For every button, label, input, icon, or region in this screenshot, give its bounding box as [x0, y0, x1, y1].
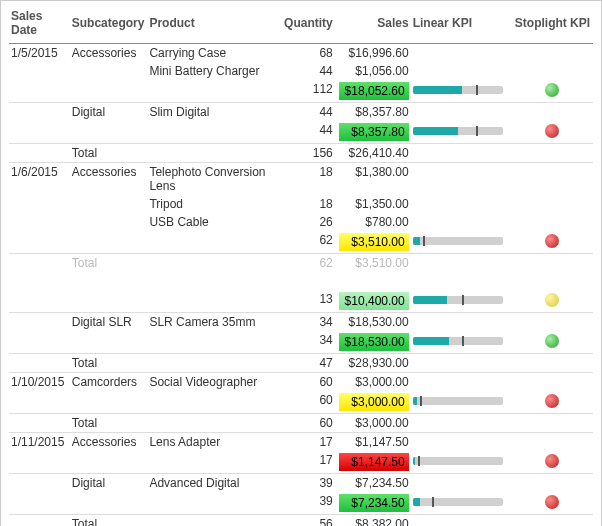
linear-kpi-tick: [420, 396, 422, 406]
col-subcategory: Subcategory: [70, 5, 148, 44]
cell-subcategory: [70, 492, 148, 515]
cell-subcategory: [70, 451, 148, 474]
cell-date: [9, 313, 70, 332]
linear-kpi-bar: [413, 296, 503, 304]
stoplight-red-icon: [545, 124, 559, 138]
table-row: Total56$8,382.00: [9, 515, 593, 527]
cell-date: [9, 474, 70, 493]
cell-date: [9, 62, 70, 80]
kpi-highlight: $3,510.00: [339, 233, 409, 251]
table-row: 1/6/2015AccessoriesTelephoto Conversion …: [9, 163, 593, 196]
cell-product: Slim Digital: [147, 103, 279, 122]
linear-kpi-bar: [413, 237, 503, 245]
cell-sales: $1,147.50: [335, 433, 411, 452]
cell-stoplight-kpi: [512, 373, 593, 392]
cell-linear-kpi: [411, 144, 512, 163]
linear-kpi-tick: [476, 85, 478, 95]
cell-product: [147, 451, 279, 474]
cell-sales: $8,357.80: [335, 121, 411, 144]
cell-subcategory: [70, 290, 148, 313]
table-row: Total60$3,000.00: [9, 414, 593, 433]
cell-quantity: 26: [279, 213, 335, 231]
linear-kpi-bar: [413, 457, 503, 465]
cell-product: Telephoto Conversion Lens: [147, 163, 279, 196]
cell-linear-kpi: [411, 515, 512, 527]
table-row: Total62$3,510.00: [9, 254, 593, 273]
cell-quantity: 17: [279, 451, 335, 474]
cell-quantity: 112: [279, 80, 335, 103]
cell-linear-kpi: [411, 433, 512, 452]
cell-subcategory: Digital: [70, 103, 148, 122]
cell-quantity: 34: [279, 313, 335, 332]
cell-stoplight-kpi: [512, 515, 593, 527]
cell-sales: $18,530.00: [335, 313, 411, 332]
cell-date: [9, 231, 70, 254]
table-row: DigitalAdvanced Digital39$7,234.50: [9, 474, 593, 493]
cell-sales: $8,357.80: [335, 103, 411, 122]
cell-sales: $18,052.60: [335, 80, 411, 103]
cell-date: 1/6/2015: [9, 163, 70, 196]
cell-linear-kpi: [411, 195, 512, 213]
kpi-table: Sales Date Subcategory Product Quantity …: [9, 5, 593, 526]
cell-quantity: 18: [279, 195, 335, 213]
cell-stoplight-kpi: [512, 62, 593, 80]
linear-kpi-fill: [413, 498, 420, 506]
cell-product: USB Cable: [147, 213, 279, 231]
cell-quantity: 56: [279, 515, 335, 527]
col-quantity: Quantity: [279, 5, 335, 44]
stoplight-red-icon: [545, 454, 559, 468]
table-row: USB Cable26$780.00: [9, 213, 593, 231]
cell-subcategory: [70, 195, 148, 213]
cell-quantity: 60: [279, 391, 335, 414]
cell-date: 1/5/2015: [9, 44, 70, 63]
linear-kpi-tick: [423, 236, 425, 246]
cell-sales: $7,234.50: [335, 474, 411, 493]
cell-product: [147, 515, 279, 527]
cell-quantity: 68: [279, 44, 335, 63]
linear-kpi-tick: [432, 497, 434, 507]
cell-stoplight-kpi: [512, 290, 593, 313]
cell-quantity: 17: [279, 433, 335, 452]
cell-quantity: 34: [279, 331, 335, 354]
table-row: [9, 272, 593, 290]
cell-linear-kpi: [411, 331, 512, 354]
cell-subcategory: Total: [70, 254, 148, 273]
cell-quantity: 39: [279, 474, 335, 493]
cell-sales: $7,234.50: [335, 492, 411, 515]
cell-sales: $28,930.00: [335, 354, 411, 373]
cell-subcategory: [70, 391, 148, 414]
table-row: Total47$28,930.00: [9, 354, 593, 373]
table-row: 34$18,530.00: [9, 331, 593, 354]
cell-subcategory: [70, 80, 148, 103]
cell-linear-kpi: [411, 163, 512, 196]
linear-kpi-fill: [413, 457, 416, 465]
cell-sales: $3,510.00: [335, 231, 411, 254]
linear-kpi-tick: [462, 295, 464, 305]
kpi-highlight: $7,234.50: [339, 494, 409, 512]
cell-sales: $3,000.00: [335, 414, 411, 433]
cell-stoplight-kpi: [512, 451, 593, 474]
cell-subcategory: [70, 62, 148, 80]
cell-linear-kpi: [411, 80, 512, 103]
report-container: Sales Date Subcategory Product Quantity …: [0, 0, 602, 526]
col-linear-kpi: Linear KPI: [411, 5, 512, 44]
cell-linear-kpi: [411, 373, 512, 392]
linear-kpi-tick: [418, 456, 420, 466]
kpi-highlight: $3,000.00: [339, 393, 409, 411]
cell-linear-kpi: [411, 44, 512, 63]
cell-date: 1/11/2015: [9, 433, 70, 452]
cell-product: SLR Camera 35mm: [147, 313, 279, 332]
cell-stoplight-kpi: [512, 492, 593, 515]
cell-linear-kpi: [411, 474, 512, 493]
cell-sales: $18,530.00: [335, 331, 411, 354]
cell-subcategory: Total: [70, 144, 148, 163]
table-row: 60$3,000.00: [9, 391, 593, 414]
table-row: 17$1,147.50: [9, 451, 593, 474]
cell-product: [147, 144, 279, 163]
cell-linear-kpi: [411, 492, 512, 515]
cell-stoplight-kpi: [512, 163, 593, 196]
cell-product: [147, 290, 279, 313]
table-row: 1/10/2015CamcordersSocial Videographer60…: [9, 373, 593, 392]
table-row: 39$7,234.50: [9, 492, 593, 515]
cell-quantity: 44: [279, 121, 335, 144]
